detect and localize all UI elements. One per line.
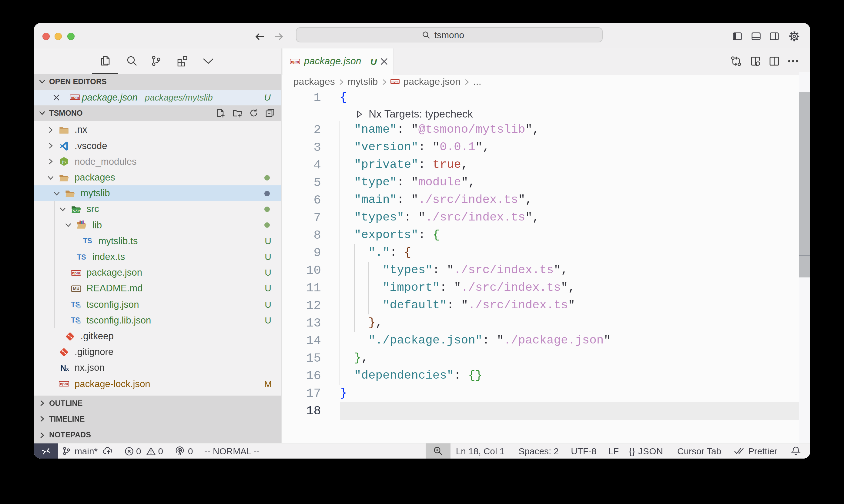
svg-text:npm: npm <box>71 95 79 100</box>
svg-text:</>: </> <box>72 209 80 213</box>
svg-text:x: x <box>66 366 69 372</box>
svg-text:TS: TS <box>83 237 92 245</box>
svg-text:TS: TS <box>77 253 86 261</box>
svg-text:M: M <box>72 286 76 291</box>
svg-text:npm: npm <box>290 59 299 64</box>
svg-text:npm: npm <box>72 270 80 275</box>
svg-text:N: N <box>61 363 66 373</box>
svg-text:npm: npm <box>60 382 68 386</box>
svg-text:npm: npm <box>391 80 399 83</box>
svg-text:js: js <box>62 159 66 164</box>
